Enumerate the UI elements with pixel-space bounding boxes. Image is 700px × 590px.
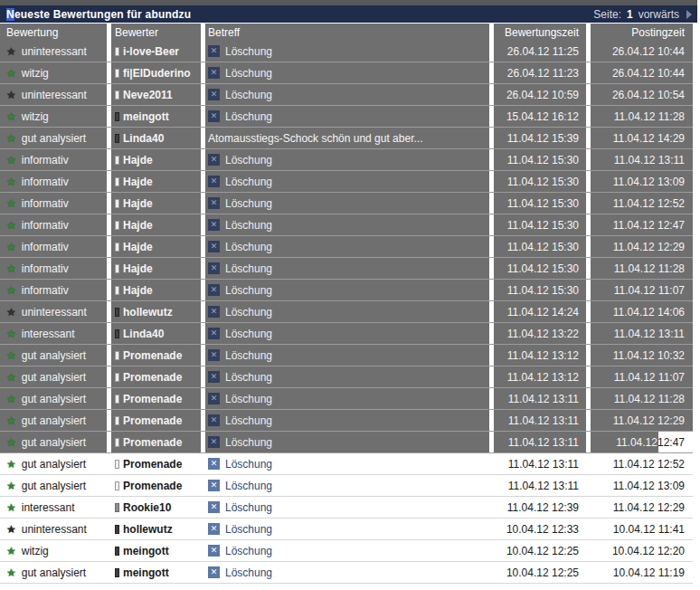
- delete-x-icon[interactable]: ✕: [208, 349, 220, 361]
- rater-name-link[interactable]: Promenade: [123, 393, 182, 405]
- column-header-bewerter[interactable]: Bewerter: [111, 24, 201, 41]
- rating-label: gut analysiert: [22, 436, 86, 449]
- delete-rating-link[interactable]: Löschung: [225, 154, 272, 167]
- column-header-betreff[interactable]: Betreff: [205, 24, 489, 41]
- delete-x-icon[interactable]: ✕: [208, 89, 220, 100]
- delete-rating-link[interactable]: Löschung: [225, 480, 272, 492]
- delete-x-icon[interactable]: ✕: [208, 436, 220, 448]
- rater-name-link[interactable]: meingott: [123, 110, 169, 123]
- delete-x-icon[interactable]: ✕: [208, 501, 220, 513]
- delete-x-icon[interactable]: ✕: [208, 414, 220, 426]
- delete-rating-link[interactable]: Löschung: [225, 262, 272, 275]
- table-row: ★ gut analysiert Promenade ✕Löschung 11.…: [0, 345, 693, 366]
- delete-x-icon[interactable]: ✕: [208, 262, 220, 274]
- subject-cell: ✕Löschung: [205, 388, 489, 409]
- rating-star-icon: ★: [6, 46, 16, 57]
- table-row: ★ uninteressant hollewutz ✕Löschung 10.0…: [0, 519, 693, 540]
- rater-name-link[interactable]: Linda40: [123, 132, 164, 145]
- delete-rating-link[interactable]: Löschung: [225, 501, 272, 514]
- delete-rating-link[interactable]: Löschung: [225, 176, 272, 188]
- delete-x-icon[interactable]: ✕: [208, 393, 220, 404]
- posting-time-selected-part: 11.04.12: [616, 436, 657, 449]
- delete-x-icon[interactable]: ✕: [208, 306, 220, 318]
- delete-rating-link[interactable]: Löschung: [225, 284, 272, 297]
- rater-name-link[interactable]: Promenade: [123, 349, 182, 362]
- user-status-icon: [115, 329, 119, 338]
- rater-name-link[interactable]: Promenade: [123, 436, 182, 449]
- delete-rating-link[interactable]: Löschung: [225, 566, 272, 579]
- delete-rating-link[interactable]: Löschung: [225, 219, 272, 232]
- delete-x-icon[interactable]: ✕: [208, 67, 220, 79]
- rater-name-link[interactable]: Linda40: [123, 328, 164, 340]
- delete-x-icon[interactable]: ✕: [208, 480, 220, 491]
- delete-rating-link[interactable]: Löschung: [225, 45, 272, 58]
- delete-rating-link[interactable]: Löschung: [225, 436, 272, 449]
- rating-star-icon: ★: [6, 220, 16, 231]
- rating-time-cell: 11.04.12 13:11: [494, 410, 586, 431]
- user-status-icon: [115, 481, 119, 490]
- user-status-icon: [115, 547, 119, 556]
- delete-x-icon[interactable]: ✕: [208, 176, 220, 187]
- table-row: ★ gut analysiert Promenade ✕Löschung 11.…: [0, 453, 693, 475]
- rater-name-link[interactable]: Rookie10: [123, 501, 171, 514]
- subject-cell: ✕Löschung: [205, 410, 489, 431]
- delete-rating-link[interactable]: Löschung: [225, 393, 272, 405]
- delete-x-icon[interactable]: ✕: [208, 110, 220, 122]
- delete-x-icon[interactable]: ✕: [208, 523, 220, 535]
- rater-name-link[interactable]: Neve2011: [123, 89, 173, 101]
- delete-x-icon[interactable]: ✕: [208, 45, 220, 57]
- rating-cell: ★ uninteressant: [0, 301, 107, 322]
- rater-name-link[interactable]: meingott: [123, 566, 169, 579]
- table-body: ★ uninteressant i-love-Beer ✕Löschung 26…: [0, 41, 693, 584]
- rater-name-link[interactable]: Promenade: [123, 371, 182, 384]
- delete-x-icon[interactable]: ✕: [208, 197, 220, 209]
- rater-name-link[interactable]: fi|ElDuderino: [123, 67, 191, 80]
- delete-rating-link[interactable]: Löschung: [225, 67, 272, 80]
- delete-x-icon[interactable]: ✕: [208, 154, 220, 166]
- rater-name-link[interactable]: Hajde: [123, 176, 153, 188]
- delete-x-icon[interactable]: ✕: [208, 371, 220, 383]
- delete-x-icon[interactable]: ✕: [208, 566, 220, 578]
- rater-name-link[interactable]: Hajde: [123, 241, 153, 253]
- delete-rating-link[interactable]: Löschung: [225, 545, 272, 557]
- delete-rating-link[interactable]: Löschung: [225, 306, 272, 319]
- delete-x-icon[interactable]: ✕: [208, 241, 220, 252]
- delete-rating-link[interactable]: Löschung: [225, 328, 272, 340]
- delete-rating-link[interactable]: Löschung: [225, 110, 272, 123]
- user-status-icon: [115, 156, 119, 165]
- delete-x-icon[interactable]: ✕: [208, 458, 220, 470]
- delete-rating-link[interactable]: Löschung: [225, 523, 272, 536]
- delete-x-icon[interactable]: ✕: [208, 545, 220, 557]
- rater-name-link[interactable]: i-love-Beer: [123, 45, 179, 58]
- forward-arrow-icon[interactable]: [686, 10, 692, 19]
- delete-rating-link[interactable]: Löschung: [225, 197, 272, 210]
- rater-name-link[interactable]: Hajde: [123, 262, 153, 275]
- posting-time-cell: 26.04.12 10:44: [591, 62, 693, 83]
- rater-name-link[interactable]: hollewutz: [123, 306, 173, 319]
- rating-time-cell: 11.04.12 15:30: [494, 193, 586, 214]
- rater-name-link[interactable]: hollewutz: [123, 523, 173, 536]
- rater-name-link[interactable]: Promenade: [123, 480, 182, 492]
- delete-x-icon[interactable]: ✕: [208, 284, 220, 296]
- delete-x-icon[interactable]: ✕: [208, 328, 220, 339]
- rater-name-link[interactable]: Hajde: [123, 197, 153, 210]
- rater-name-link[interactable]: Hajde: [123, 219, 153, 232]
- column-header-bewertungszeit[interactable]: Bewertungszeit: [494, 24, 586, 41]
- rater-name-link[interactable]: Hajde: [123, 284, 153, 297]
- column-header-bewertung[interactable]: Bewertung: [0, 24, 107, 41]
- rater-name-link[interactable]: Promenade: [123, 458, 182, 471]
- delete-rating-link[interactable]: Löschung: [225, 371, 272, 384]
- delete-rating-link[interactable]: Löschung: [225, 89, 272, 101]
- delete-rating-link[interactable]: Löschung: [225, 414, 272, 427]
- posting-time-cell: 11.04.12 12:29: [591, 497, 693, 518]
- column-header-postingzeit[interactable]: Postingzeit: [591, 24, 693, 41]
- rater-name-link[interactable]: meingott: [123, 545, 169, 557]
- subject-link[interactable]: Atomausstiegs-Schock schön und gut aber.…: [208, 132, 422, 145]
- delete-rating-link[interactable]: Löschung: [225, 458, 272, 471]
- delete-x-icon[interactable]: ✕: [208, 219, 220, 231]
- forward-link[interactable]: vorwärts: [639, 8, 679, 21]
- rater-name-link[interactable]: Hajde: [123, 154, 153, 167]
- rater-name-link[interactable]: Promenade: [123, 414, 182, 427]
- delete-rating-link[interactable]: Löschung: [225, 349, 272, 362]
- delete-rating-link[interactable]: Löschung: [225, 241, 272, 253]
